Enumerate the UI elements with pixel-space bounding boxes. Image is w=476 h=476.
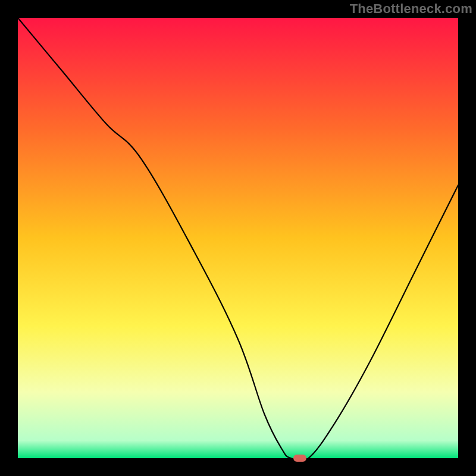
plot-area xyxy=(18,18,458,458)
chart-frame: TheBottleneck.com xyxy=(0,0,476,476)
watermark-text: TheBottleneck.com xyxy=(350,1,472,17)
optimal-marker xyxy=(293,455,306,462)
bottleneck-curve xyxy=(18,18,458,458)
